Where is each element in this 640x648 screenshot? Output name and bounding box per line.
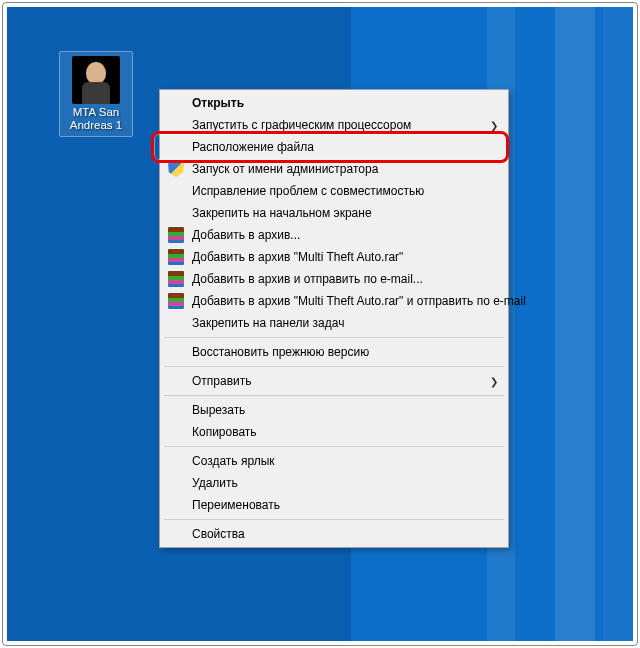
menu-item-label: Свойства bbox=[192, 527, 245, 541]
rar-icon bbox=[168, 227, 184, 243]
menu-item[interactable]: Удалить bbox=[162, 472, 506, 494]
rar-icon bbox=[168, 293, 184, 309]
menu-item-label: Закрепить на начальном экране bbox=[192, 206, 372, 220]
menu-item-label: Добавить в архив "Multi Theft Auto.rar" bbox=[192, 250, 403, 264]
menu-item[interactable]: Добавить в архив и отправить по e-mail..… bbox=[162, 268, 506, 290]
menu-item[interactable]: Создать ярлык bbox=[162, 450, 506, 472]
windows-desktop: MTA San Andreas 1 ОткрытьЗапустить с гра… bbox=[7, 7, 633, 641]
menu-item-label: Добавить в архив... bbox=[192, 228, 300, 242]
menu-item[interactable]: Закрепить на панели задач bbox=[162, 312, 506, 334]
menu-item[interactable]: Вырезать bbox=[162, 399, 506, 421]
menu-item[interactable]: Запуск от имени администратора bbox=[162, 158, 506, 180]
menu-item-label: Отправить bbox=[192, 374, 252, 388]
menu-item-label: Закрепить на панели задач bbox=[192, 316, 344, 330]
menu-item-label: Добавить в архив и отправить по e-mail..… bbox=[192, 272, 423, 286]
menu-item[interactable]: Расположение файла bbox=[162, 136, 506, 158]
menu-item-label: Запустить с графическим процессором bbox=[192, 118, 411, 132]
menu-item[interactable]: Исправление проблем с совместимостью bbox=[162, 180, 506, 202]
menu-separator bbox=[164, 446, 504, 447]
menu-item-label: Запуск от имени администратора bbox=[192, 162, 378, 176]
menu-item-label: Расположение файла bbox=[192, 140, 314, 154]
menu-item[interactable]: Отправить❯ bbox=[162, 370, 506, 392]
menu-item[interactable]: Копировать bbox=[162, 421, 506, 443]
context-menu: ОткрытьЗапустить с графическим процессор… bbox=[159, 89, 509, 548]
menu-separator bbox=[164, 395, 504, 396]
menu-item[interactable]: Закрепить на начальном экране bbox=[162, 202, 506, 224]
menu-item[interactable]: Запустить с графическим процессором❯ bbox=[162, 114, 506, 136]
menu-item[interactable]: Открыть bbox=[162, 92, 506, 114]
shortcut-icon bbox=[72, 56, 120, 104]
rar-icon bbox=[168, 271, 184, 287]
menu-item-label: Вырезать bbox=[192, 403, 245, 417]
menu-separator bbox=[164, 337, 504, 338]
menu-item[interactable]: Восстановить прежнюю версию bbox=[162, 341, 506, 363]
shield-icon bbox=[168, 161, 184, 177]
menu-separator bbox=[164, 519, 504, 520]
menu-item[interactable]: Добавить в архив "Multi Theft Auto.rar" … bbox=[162, 290, 506, 312]
menu-item-label: Создать ярлык bbox=[192, 454, 275, 468]
wallpaper-beam bbox=[555, 7, 595, 641]
menu-item-label: Исправление проблем с совместимостью bbox=[192, 184, 424, 198]
menu-item[interactable]: Добавить в архив "Multi Theft Auto.rar" bbox=[162, 246, 506, 268]
menu-item-label: Переименовать bbox=[192, 498, 280, 512]
desktop-shortcut[interactable]: MTA San Andreas 1 bbox=[59, 51, 133, 137]
menu-item[interactable]: Добавить в архив... bbox=[162, 224, 506, 246]
chevron-right-icon: ❯ bbox=[490, 120, 498, 131]
menu-separator bbox=[164, 366, 504, 367]
screenshot-frame: MTA San Andreas 1 ОткрытьЗапустить с гра… bbox=[2, 2, 638, 646]
rar-icon bbox=[168, 249, 184, 265]
menu-item-label: Восстановить прежнюю версию bbox=[192, 345, 369, 359]
menu-item[interactable]: Свойства bbox=[162, 523, 506, 545]
menu-item-label: Копировать bbox=[192, 425, 257, 439]
shortcut-label: MTA San Andreas 1 bbox=[62, 106, 130, 132]
menu-item-label: Удалить bbox=[192, 476, 238, 490]
menu-item[interactable]: Переименовать bbox=[162, 494, 506, 516]
menu-item-label: Открыть bbox=[192, 96, 244, 110]
wallpaper-beam bbox=[603, 7, 633, 641]
menu-item-label: Добавить в архив "Multi Theft Auto.rar" … bbox=[192, 294, 526, 308]
chevron-right-icon: ❯ bbox=[490, 376, 498, 387]
